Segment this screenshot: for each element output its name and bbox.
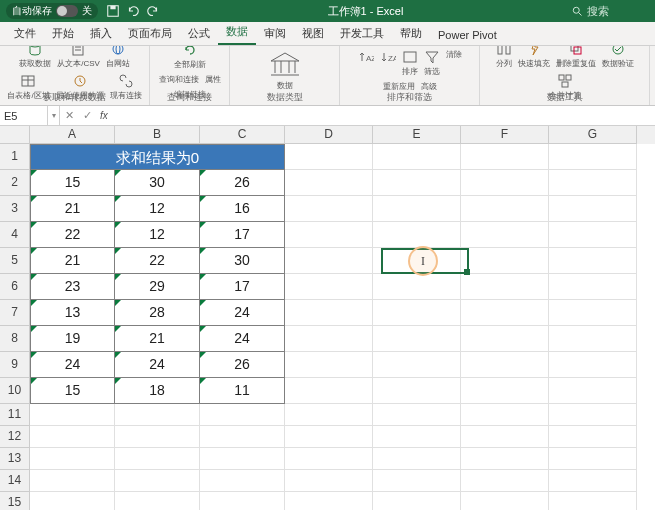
cell[interactable]: 22 bbox=[30, 222, 115, 248]
cell[interactable] bbox=[461, 426, 549, 448]
cell[interactable] bbox=[549, 170, 637, 196]
cell[interactable] bbox=[30, 426, 115, 448]
cell[interactable] bbox=[200, 492, 285, 510]
cell[interactable] bbox=[461, 326, 549, 352]
cell[interactable] bbox=[285, 274, 373, 300]
cell[interactable] bbox=[461, 404, 549, 426]
cell[interactable] bbox=[30, 492, 115, 510]
cell[interactable]: 30 bbox=[115, 170, 200, 196]
cell[interactable] bbox=[373, 448, 461, 470]
cell[interactable] bbox=[373, 326, 461, 352]
cell[interactable]: 11 bbox=[200, 378, 285, 404]
sort-za-button[interactable]: ZA bbox=[378, 48, 398, 78]
cell[interactable] bbox=[373, 170, 461, 196]
row-header[interactable]: 3 bbox=[0, 196, 30, 222]
cell[interactable] bbox=[461, 492, 549, 510]
spreadsheet-grid[interactable]: A B C D E F G 求和结果为0 1215302632112164221… bbox=[0, 126, 655, 510]
cell[interactable] bbox=[285, 196, 373, 222]
name-box-dropdown[interactable]: ▾ bbox=[48, 106, 60, 125]
row-header[interactable]: 14 bbox=[0, 470, 30, 492]
flash-fill-button[interactable]: 快速填充 bbox=[516, 46, 552, 70]
cell[interactable] bbox=[30, 448, 115, 470]
cell[interactable] bbox=[549, 492, 637, 510]
row-header[interactable]: 2 bbox=[0, 170, 30, 196]
cell[interactable] bbox=[373, 378, 461, 404]
redo-icon[interactable] bbox=[146, 4, 160, 18]
cell[interactable] bbox=[549, 470, 637, 492]
fx-icon[interactable]: fx bbox=[96, 110, 112, 121]
cell[interactable] bbox=[115, 448, 200, 470]
cell[interactable]: 26 bbox=[200, 170, 285, 196]
cell[interactable]: 15 bbox=[30, 378, 115, 404]
row-header[interactable]: 5 bbox=[0, 248, 30, 274]
from-web-button[interactable]: 自网站 bbox=[104, 46, 132, 70]
cell[interactable] bbox=[549, 222, 637, 248]
cell[interactable] bbox=[285, 448, 373, 470]
tab-file[interactable]: 文件 bbox=[6, 22, 44, 45]
tab-view[interactable]: 视图 bbox=[294, 22, 332, 45]
cell[interactable]: 13 bbox=[30, 300, 115, 326]
cell[interactable] bbox=[461, 144, 549, 170]
row-header[interactable]: 4 bbox=[0, 222, 30, 248]
tab-pagelayout[interactable]: 页面布局 bbox=[120, 22, 180, 45]
cell[interactable] bbox=[200, 470, 285, 492]
undo-icon[interactable] bbox=[126, 4, 140, 18]
save-icon[interactable] bbox=[106, 4, 120, 18]
from-text-csv-button[interactable]: 从文本/CSV bbox=[55, 46, 102, 70]
formula-input[interactable] bbox=[112, 110, 655, 122]
cell[interactable]: 18 bbox=[115, 378, 200, 404]
tab-insert[interactable]: 插入 bbox=[82, 22, 120, 45]
col-header-g[interactable]: G bbox=[549, 126, 637, 144]
cancel-formula-button[interactable]: ✕ bbox=[60, 109, 78, 122]
cell[interactable]: 28 bbox=[115, 300, 200, 326]
cell[interactable] bbox=[549, 300, 637, 326]
cell[interactable] bbox=[285, 170, 373, 196]
cell[interactable] bbox=[30, 470, 115, 492]
cell[interactable] bbox=[461, 352, 549, 378]
cell[interactable] bbox=[461, 470, 549, 492]
cell[interactable] bbox=[285, 404, 373, 426]
cell[interactable] bbox=[285, 326, 373, 352]
cell[interactable]: 29 bbox=[115, 274, 200, 300]
cell[interactable]: 12 bbox=[115, 222, 200, 248]
sort-button[interactable]: 排序 bbox=[400, 48, 420, 78]
cell[interactable] bbox=[285, 144, 373, 170]
cell[interactable] bbox=[461, 378, 549, 404]
cell[interactable]: 22 bbox=[115, 248, 200, 274]
filter-button[interactable]: 筛选 bbox=[422, 48, 442, 78]
cell[interactable] bbox=[373, 144, 461, 170]
cell[interactable] bbox=[200, 448, 285, 470]
cell[interactable] bbox=[461, 274, 549, 300]
cell[interactable] bbox=[285, 378, 373, 404]
cell[interactable]: 21 bbox=[30, 196, 115, 222]
row-header[interactable]: 7 bbox=[0, 300, 30, 326]
cell[interactable] bbox=[285, 470, 373, 492]
cell[interactable] bbox=[200, 404, 285, 426]
cell[interactable] bbox=[285, 492, 373, 510]
remove-duplicates-button[interactable]: 删除重复值 bbox=[554, 46, 598, 70]
cell[interactable]: 17 bbox=[200, 222, 285, 248]
cell[interactable] bbox=[461, 300, 549, 326]
cell[interactable]: 16 bbox=[200, 196, 285, 222]
cell[interactable] bbox=[285, 222, 373, 248]
cell[interactable] bbox=[285, 300, 373, 326]
cell[interactable] bbox=[461, 448, 549, 470]
row-header[interactable]: 12 bbox=[0, 426, 30, 448]
row-header[interactable]: 9 bbox=[0, 352, 30, 378]
cell[interactable] bbox=[115, 492, 200, 510]
tab-formulas[interactable]: 公式 bbox=[180, 22, 218, 45]
cell[interactable] bbox=[549, 144, 637, 170]
name-box[interactable]: E5 bbox=[0, 106, 48, 125]
data-type-button[interactable]: 数据 bbox=[265, 50, 305, 92]
col-header-a[interactable]: A bbox=[30, 126, 115, 144]
cell[interactable]: 15 bbox=[30, 170, 115, 196]
cell[interactable] bbox=[373, 300, 461, 326]
cell[interactable] bbox=[549, 448, 637, 470]
refresh-all-button[interactable]: 全部刷新 bbox=[172, 46, 208, 71]
cell[interactable]: 21 bbox=[30, 248, 115, 274]
cell[interactable] bbox=[373, 196, 461, 222]
cell[interactable] bbox=[549, 248, 637, 274]
tab-developer[interactable]: 开发工具 bbox=[332, 22, 392, 45]
cell[interactable]: 24 bbox=[30, 352, 115, 378]
cell[interactable] bbox=[115, 470, 200, 492]
